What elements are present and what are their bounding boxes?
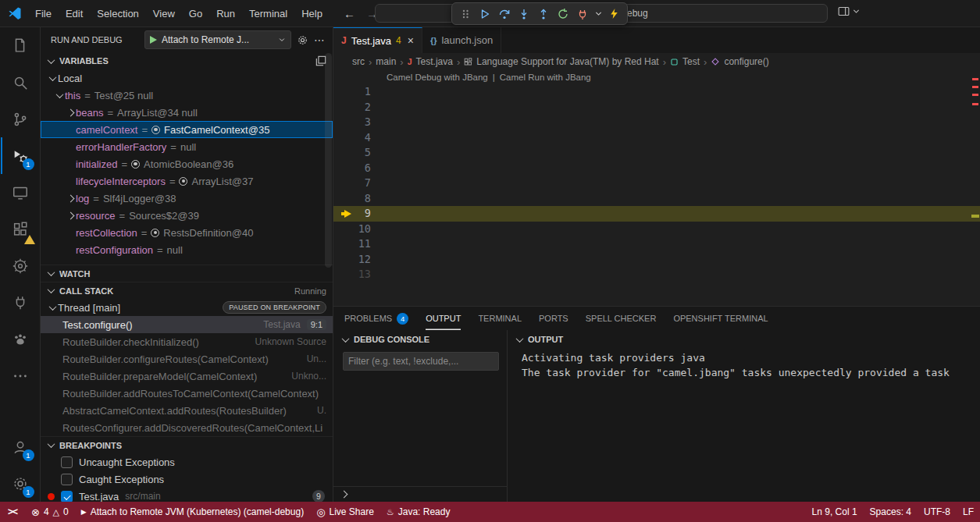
gutter[interactable]: 1 [333, 84, 387, 100]
lazy-eval-icon[interactable] [151, 229, 159, 237]
variable-row[interactable]: restCollection = RestsDefinition@40 [41, 224, 333, 241]
launch-config-dropdown[interactable]: Attach to Remote J... [144, 30, 291, 49]
drag-handle-icon[interactable] [457, 5, 474, 23]
menu-run[interactable]: Run [209, 3, 242, 23]
variable-row[interactable]: errorHandlerFactory = null [41, 138, 333, 155]
debug-target-status[interactable]: ▶ Attach to Remote JVM (Kubernetes) (cam… [75, 502, 310, 522]
step-over-button[interactable] [496, 5, 513, 23]
lazy-eval-icon[interactable] [151, 126, 160, 134]
tab-terminal[interactable]: TERMINAL [478, 307, 522, 330]
run-and-debug-icon[interactable]: 1 [1, 137, 40, 174]
menu-view[interactable]: View [146, 3, 182, 23]
code-editor[interactable]: Camel Debug with JBang | Camel Run with … [333, 70, 980, 306]
views-more-actions-icon[interactable]: ⋯ [314, 34, 325, 46]
java-status[interactable]: ♨ Java: Ready [380, 502, 457, 522]
stack-frame[interactable]: RoutesConfigurer.addDiscoveredRoutes(Cam… [41, 419, 333, 436]
thread-row[interactable]: Thread [main] PAUSED ON BREAKPOINT [41, 299, 333, 316]
debug-settings-gear-icon[interactable] [297, 34, 308, 46]
close-icon[interactable]: × [408, 34, 414, 47]
stack-frame[interactable]: RouteBuilder.configureRoutes(CamelContex… [41, 350, 333, 368]
remote-explorer-icon[interactable] [1, 174, 40, 211]
tab-output[interactable]: OUTPUT [426, 307, 461, 330]
menu-help[interactable]: Help [294, 3, 330, 23]
remote-plug-icon[interactable] [1, 284, 40, 321]
checkbox-unchecked[interactable] [61, 456, 73, 468]
remote-indicator[interactable]: >< [0, 502, 25, 522]
paw-extension-icon[interactable] [1, 321, 40, 357]
menu-terminal[interactable]: Terminal [242, 3, 294, 23]
overview-ruler[interactable] [971, 70, 980, 306]
watch-section-header[interactable]: WATCH [41, 265, 333, 282]
chevron-down-icon[interactable] [593, 5, 603, 23]
eol-status[interactable]: LF [957, 502, 980, 522]
breadcrumb-item[interactable]: main [376, 56, 396, 67]
tab-spell-checker[interactable]: SPELL CHECKER [586, 307, 657, 330]
stack-frame[interactable]: RouteBuilder.addRoutesToCamelContext(Cam… [41, 385, 333, 402]
variables-scope-row[interactable]: Local [41, 69, 333, 87]
menu-edit[interactable]: Edit [59, 3, 90, 23]
gutter[interactable]: 13 [333, 267, 387, 282]
variable-row[interactable]: beans = ArrayList@34 null [41, 104, 333, 121]
menu-selection[interactable]: Selection [90, 3, 145, 23]
layout-control[interactable] [837, 5, 861, 18]
start-debug-icon[interactable] [150, 36, 157, 44]
lazy-eval-icon[interactable] [179, 177, 187, 186]
restart-button[interactable] [554, 5, 572, 23]
kubernetes-icon[interactable] [1, 247, 40, 284]
breadcrumb-item[interactable]: Test.java [416, 56, 453, 67]
stack-frame[interactable]: RouteBuilder.checkInitialized() Unknown … [41, 333, 333, 350]
variable-row[interactable]: this = Test@25 null [41, 87, 333, 104]
tab-ports[interactable]: PORTS [539, 307, 568, 330]
live-share-status[interactable]: ◎ Live Share [310, 502, 380, 522]
gutter[interactable]: 4 [333, 130, 387, 146]
problems-status[interactable]: ⊗ 4 △ 0 [25, 502, 75, 522]
back-arrow-icon[interactable]: ← [344, 7, 355, 20]
accounts-icon[interactable]: 1 [1, 428, 40, 465]
tab-openshift-terminal[interactable]: OPENSHIFT TERMINAL [673, 307, 768, 330]
explorer-icon[interactable] [1, 27, 40, 64]
cursor-position-status[interactable]: Ln 9, Col 1 [806, 502, 864, 522]
output-log[interactable]: Activating task providers java The task … [508, 349, 980, 380]
continue-button[interactable] [476, 5, 494, 23]
gutter[interactable]: 7 [333, 176, 387, 191]
breadcrumb-item[interactable]: Language Support for Java(TM) by Red Hat [476, 56, 658, 67]
step-into-button[interactable] [515, 5, 533, 23]
gutter[interactable]: 6 [333, 161, 387, 176]
indentation-status[interactable]: Spaces: 4 [864, 502, 918, 522]
gutter[interactable]: 10 [333, 222, 387, 237]
lazy-eval-icon[interactable] [131, 160, 140, 169]
gutter[interactable]: 9 [333, 206, 387, 222]
call-stack-section-header[interactable]: CALL STACK Running [41, 282, 333, 299]
variable-row[interactable]: resource = Sources$2@39 [41, 207, 333, 224]
tab-launch-json[interactable]: {} launch.json [422, 27, 501, 53]
tab-test-java[interactable]: J Test.java 4 × [333, 27, 422, 53]
step-out-button[interactable] [535, 5, 552, 23]
breadcrumb-item[interactable]: configure() [724, 56, 768, 67]
variable-row[interactable]: initialized = AtomicBoolean@36 [41, 155, 333, 172]
gutter[interactable]: 11 [333, 236, 387, 252]
stack-frame[interactable]: RouteBuilder.prepareModel(CamelContext) … [41, 368, 333, 385]
gutter[interactable]: 8 [333, 191, 387, 207]
hot-code-replace-icon[interactable] [605, 5, 622, 23]
codelens-camel-debug-link[interactable]: Camel Debug with JBang [387, 73, 488, 82]
gutter[interactable]: 5 [333, 145, 387, 161]
breakpoints-section-header[interactable]: BREAKPOINTS [41, 436, 333, 453]
extensions-icon[interactable] [1, 211, 40, 247]
stack-frame[interactable]: AbstractCamelContext.addRoutes(RoutesBui… [41, 402, 333, 419]
menu-go[interactable]: Go [182, 3, 209, 23]
variables-section-header[interactable]: VARIABLES [41, 52, 333, 69]
checkbox-unchecked[interactable] [61, 474, 73, 485]
breakpoint-row[interactable]: Uncaught Exceptions [41, 453, 333, 471]
breakpoint-row[interactable]: Test.java src/main 9 [41, 488, 333, 502]
sidebar-scrollbar[interactable] [325, 53, 332, 268]
debug-console-prompt[interactable] [333, 486, 507, 502]
variable-row-selected[interactable]: camelContext = FastCamelContext@35 [41, 121, 333, 138]
debug-console-header[interactable]: DEBUG CONSOLE [333, 330, 507, 349]
source-control-icon[interactable] [1, 101, 40, 137]
gutter[interactable]: 3 [333, 115, 387, 130]
codelens-camel-run-link[interactable]: Camel Run with JBang [500, 73, 591, 82]
gutter[interactable]: 12 [333, 252, 387, 268]
settings-gear-icon[interactable]: 1 [1, 465, 40, 502]
search-icon[interactable] [1, 64, 40, 101]
stack-frame[interactable]: Test.configure() Test.java 9:1 [41, 316, 333, 333]
